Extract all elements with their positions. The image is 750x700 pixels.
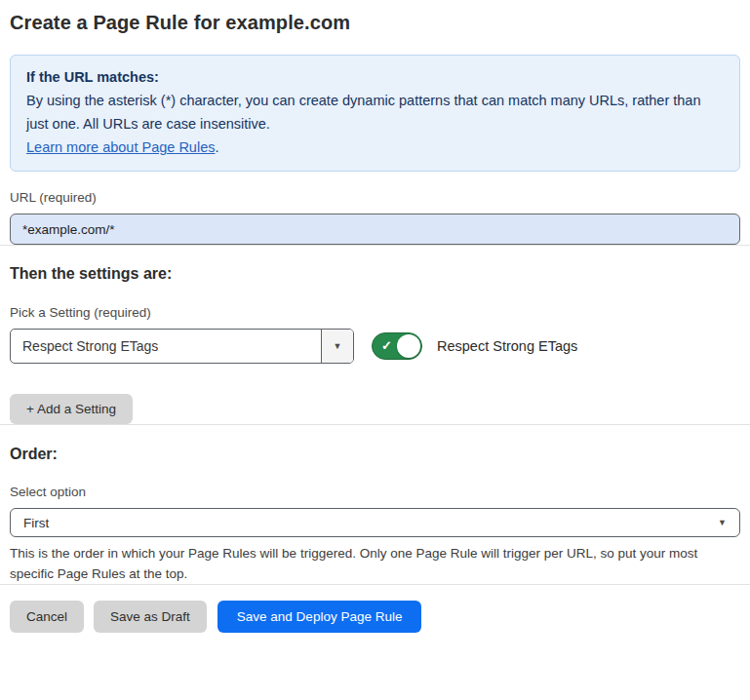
save-as-draft-button[interactable]: Save as Draft [94, 601, 207, 633]
info-box-heading: If the URL matches: [26, 65, 724, 89]
cancel-button[interactable]: Cancel [10, 601, 84, 633]
respect-strong-etags-toggle[interactable]: ✓ [372, 332, 422, 360]
footer-actions: Cancel Save as Draft Save and Deploy Pag… [10, 601, 740, 633]
select-option-label: Select option [10, 485, 740, 499]
save-and-deploy-button[interactable]: Save and Deploy Page Rule [217, 601, 422, 633]
learn-more-link[interactable]: Learn more about Page Rules [26, 139, 215, 155]
order-help-text: This is the order in which your Page Rul… [10, 543, 736, 584]
toggle-label: Respect Strong ETags [437, 338, 577, 354]
setting-picker-row: Respect Strong ETags ▼ ✓ Respect Strong … [10, 329, 740, 364]
divider [0, 584, 750, 585]
settings-section-heading: Then the settings are: [10, 265, 740, 283]
url-field-label: URL (required) [10, 190, 740, 205]
info-box-link-line: Learn more about Page Rules. [26, 136, 724, 159]
chevron-down-icon: ▼ [334, 342, 342, 351]
link-suffix: . [215, 139, 218, 155]
divider [0, 424, 750, 425]
toggle-knob [397, 334, 420, 358]
info-box-body: By using the asterisk (*) character, you… [26, 89, 724, 136]
order-select-value: First [23, 516, 718, 530]
order-section-heading: Order: [10, 446, 740, 463]
setting-dropdown-value: Respect Strong ETags [11, 330, 321, 363]
chevron-down-icon: ▼ [718, 519, 727, 527]
page-title: Create a Page Rule for example.com [10, 12, 740, 34]
check-icon: ✓ [381, 338, 392, 353]
divider [0, 245, 750, 246]
toggle-group: ✓ Respect Strong ETags [372, 332, 577, 360]
add-setting-button[interactable]: + Add a Setting [10, 394, 133, 424]
pick-setting-label: Pick a Setting (required) [10, 305, 740, 320]
setting-dropdown-arrow-button[interactable]: ▼ [321, 330, 353, 363]
url-input[interactable] [10, 214, 740, 245]
page-rule-form: Create a Page Rule for example.com If th… [0, 0, 750, 633]
setting-dropdown[interactable]: Respect Strong ETags ▼ [10, 329, 354, 364]
url-match-info-box: If the URL matches: By using the asteris… [10, 55, 740, 172]
order-select[interactable]: First ▼ [10, 508, 740, 537]
